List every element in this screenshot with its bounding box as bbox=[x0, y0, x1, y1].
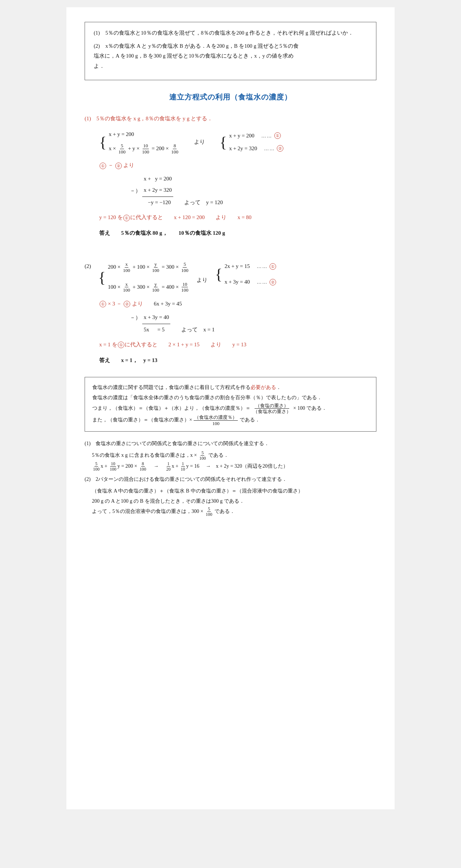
system-eq-2: { 200 × x100 + 100 × y100 = 300 × 5100 1… bbox=[98, 261, 190, 293]
note-p1-sub1: 5％の食塩水 x g に含まれる食塩の重さは，x × 5100 である． bbox=[92, 450, 376, 461]
section-2: (2) { 200 × x100 + 100 × y100 = 300 × 51… bbox=[85, 261, 376, 365]
page: (1) 5％の食塩水と10％の食塩水を混ぜて，8％の食塩水を200 g 作るとき… bbox=[66, 7, 395, 809]
note-box: 食塩水の濃度に関する問題では，食塩の重さに着目して方程式を作る必要がある． 食塩… bbox=[85, 377, 376, 432]
answer-1: 答え 5％の食塩水 80 g， 10％の食塩水 120 g bbox=[99, 228, 376, 238]
elimination-step-2: ① × 3 － ② より 6x + 3y = 45 －） x + 3y = 40… bbox=[99, 299, 376, 335]
note-p2-sub2: 200 g の A と100 g の B を混合したとき，その重さは300 g … bbox=[92, 496, 376, 506]
problem-2: (2) x％の食塩水 A と y％の食塩水 B がある．A を200 g，B を… bbox=[94, 41, 367, 71]
note-line-3: つまり，（食塩水）＝（食塩）＋（水）より，（食塩水の濃度％）＝ （食塩の重さ）（… bbox=[92, 403, 369, 414]
elim-table-1: x + y = 200 －） x + 2y = 320 −y = −120 よっ… bbox=[128, 173, 224, 208]
left-brace-2: { bbox=[220, 135, 227, 150]
note-line-4: また，（食塩の重さ）＝（食塩水の重さ）× （食塩水の濃度％）100 である． bbox=[92, 414, 369, 426]
note-p2-sub1: （食塩水 A 中の食塩の重さ）＋（食塩水 B 中の食塩の重さ）＝（混合溶液中の食… bbox=[92, 486, 376, 496]
eq2-right-a: 2x + y = 15 ……① bbox=[225, 261, 276, 271]
yori-2: より bbox=[197, 269, 208, 285]
section-2-label: (2) bbox=[85, 261, 91, 271]
elim-table-2: －） x + 3y = 40 5x = 5 よって x = 1 bbox=[128, 312, 216, 335]
page-title: 連立方程式の利用（食塩水の濃度） bbox=[85, 90, 376, 104]
answer-2: 答え x = 1， y = 13 bbox=[99, 355, 376, 365]
system-eq-2-right: { 2x + y = 15 ……① x + 3y = 40 ……② bbox=[215, 261, 276, 287]
substitution-2: x = 1 を①に代入すると 2 × 1 + y = 15 より y = 13 bbox=[99, 340, 376, 350]
note-p1-sub2: 5100x + 10100y = 200 × 8100 → 120x + 110… bbox=[92, 461, 376, 472]
note-p2-sub3: よって，5％の混合溶液中の食塩の重さは，300 × 5100 である． bbox=[92, 506, 376, 517]
eq2-line-a: 200 × x100 + 100 × y100 = 300 × 5100 bbox=[108, 261, 190, 273]
problem-box: (1) 5％の食塩水と10％の食塩水を混ぜて，8％の食塩水を200 g 作るとき… bbox=[85, 22, 376, 80]
elimination-step-1: ① － ② より x + y = 200 －） x + 2y = 320 −y … bbox=[99, 160, 376, 208]
eq2-right-b: x + 3y = 40 ……② bbox=[225, 277, 276, 287]
section-1-heading: (1) 5％の食塩水を x g，8％の食塩水を y g とする． bbox=[85, 114, 376, 124]
substitution-1: y = 120 を①に代入すると x + 120 = 200 より x = 80 bbox=[99, 213, 376, 222]
section-1: (1) 5％の食塩水を x g，8％の食塩水を y g とする． { x + y… bbox=[85, 114, 376, 238]
eq2-line-b: 100 × x100 + 300 × y100 = 400 × 10100 bbox=[108, 281, 190, 293]
note-p1-label: (1) 食塩水の重さについての関係式と食塩の重さについての関係式を連立する． bbox=[85, 439, 376, 449]
yori-1: より bbox=[194, 137, 205, 147]
note-line-2: 食塩水の濃度は「食塩水全体の重さのうち食塩の重さの割合を百分率（％）で表したもの… bbox=[92, 393, 369, 403]
left-brace-3: { bbox=[98, 270, 106, 285]
eq-right-1a: x + y = 200 ……① bbox=[229, 131, 284, 141]
left-brace-4: { bbox=[215, 266, 222, 282]
eq-line-1a: x + y = 200 bbox=[109, 129, 179, 139]
eq-line-1b: x × 5100 + y × 10100 = 200 × 8100 bbox=[109, 143, 179, 155]
left-brace: { bbox=[99, 135, 106, 150]
note-line-1: 食塩水の濃度に関する問題では，食塩の重さに着目して方程式を作る必要がある． bbox=[92, 382, 369, 393]
problem-1: (1) 5％の食塩水と10％の食塩水を混ぜて，8％の食塩水を200 g 作るとき… bbox=[94, 28, 367, 38]
note-p2-label: (2) 2パターンの混合における食塩の重さについての関係式をそれぞれ作って連立す… bbox=[85, 475, 376, 484]
system-eq-1: { x + y = 200 x × 5100 + y × 10100 = 200… bbox=[99, 129, 376, 155]
eq-right-1b: x + 2y = 320 ……② bbox=[229, 144, 284, 153]
